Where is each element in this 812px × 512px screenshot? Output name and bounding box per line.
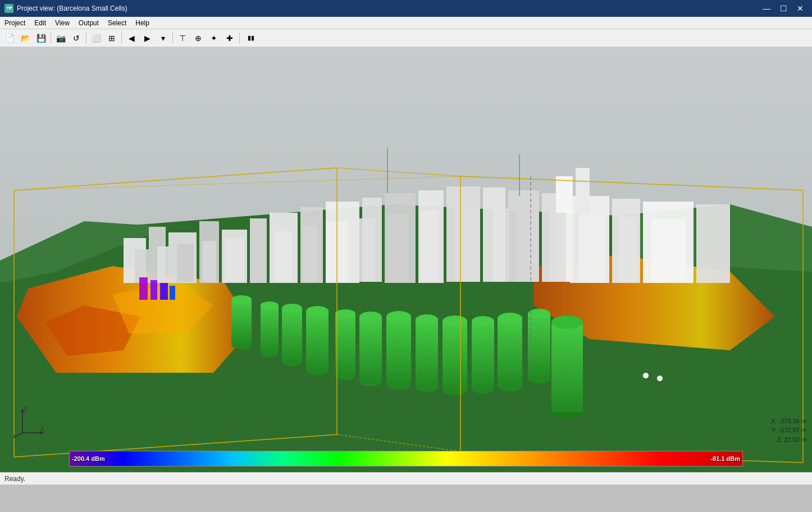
svg-text:Z: Z (24, 406, 27, 413)
svg-rect-34 (225, 238, 244, 282)
svg-point-57 (282, 304, 302, 313)
svg-rect-83 (528, 314, 550, 378)
coord-y: Y: -572.97 m (771, 426, 806, 435)
coord-x: X: -373.36 m (771, 417, 806, 426)
svg-point-78 (472, 316, 494, 326)
svg-rect-36 (275, 231, 292, 282)
svg-point-69 (386, 311, 411, 322)
svg-rect-33 (202, 241, 216, 282)
svg-rect-90 (160, 283, 168, 300)
scene-svg (0, 47, 812, 472)
app-icon: 🗺 (4, 4, 13, 13)
menu-item-help[interactable]: Help (131, 17, 154, 29)
title-bar-left: 🗺 Project view: (Barcelona Small Cells) (4, 4, 127, 13)
svg-rect-41 (421, 210, 439, 282)
svg-rect-56 (282, 308, 302, 362)
save-btn[interactable]: 💾 (34, 31, 48, 45)
svg-rect-65 (359, 317, 382, 381)
svg-point-60 (306, 306, 329, 316)
tool2-btn[interactable]: ✦ (207, 31, 221, 45)
svg-rect-48 (651, 219, 686, 282)
new-btn[interactable]: 📄 (2, 31, 17, 45)
menu-item-view[interactable]: View (51, 17, 74, 29)
svg-rect-80 (498, 318, 522, 386)
title-controls: — ☐ ✕ (759, 3, 808, 14)
svg-rect-89 (150, 280, 157, 300)
nav-right-btn[interactable]: ▶ (140, 31, 154, 45)
svg-rect-71 (416, 319, 438, 387)
svg-point-87 (551, 316, 583, 329)
toolbar-separator (121, 33, 122, 44)
maximize-button[interactable]: ☐ (776, 3, 791, 14)
toolbar-separator (172, 33, 173, 44)
window-title: Project view: (Barcelona Small Cells) (17, 4, 127, 12)
colorbar-max-label: -81.1 dBm (710, 455, 740, 462)
svg-text:X: X (40, 426, 44, 432)
svg-rect-77 (472, 321, 494, 388)
colorbar: -200.4 dBm -81.1 dBm (69, 451, 743, 467)
svg-rect-31 (157, 246, 168, 283)
toolbar-separator (86, 33, 86, 44)
toolbar: 📄📂💾📷↺⬜⊞◀▶▾⊤⊕✦✚▮▮ (0, 29, 812, 47)
svg-point-75 (443, 316, 467, 327)
coord-z: Z: 22.02 m (771, 435, 806, 445)
svg-rect-43 (493, 209, 509, 282)
svg-rect-44 (517, 211, 538, 282)
svg-rect-32 (177, 244, 194, 282)
status-bar: Ready. (0, 472, 812, 484)
svg-rect-86 (551, 322, 583, 412)
svg-rect-46 (578, 214, 605, 282)
viewport[interactable]: Z X Y -200.4 dBm -81.1 dBm X: -373.36 m … (0, 47, 812, 472)
toolbar-separator (51, 33, 51, 44)
select-rect-btn[interactable]: ⬜ (89, 31, 103, 45)
svg-rect-88 (139, 277, 148, 300)
svg-point-94 (643, 373, 649, 378)
antenna-btn[interactable]: ⊤ (175, 31, 190, 45)
dropdown-btn[interactable]: ▾ (156, 31, 170, 45)
title-bar: 🗺 Project view: (Barcelona Small Cells) … (0, 0, 812, 17)
svg-rect-68 (386, 317, 411, 384)
menu-item-edit[interactable]: Edit (30, 17, 51, 29)
minimize-button[interactable]: — (759, 3, 774, 14)
svg-point-54 (261, 301, 279, 309)
screenshot-btn[interactable]: 📷 (53, 31, 68, 45)
tool3-btn[interactable]: ✚ (222, 31, 237, 45)
svg-rect-45 (549, 213, 566, 282)
svg-rect-35 (253, 235, 264, 282)
colorbar-container: -200.4 dBm -81.1 dBm (0, 451, 812, 467)
coordinates-display: X: -373.36 m Y: -572.97 m Z: 22.02 m (771, 417, 806, 445)
menu-item-output[interactable]: Output (74, 17, 103, 29)
svg-point-81 (498, 313, 522, 324)
svg-rect-62 (335, 314, 355, 376)
status-text: Ready. (4, 475, 25, 483)
svg-point-72 (416, 314, 438, 324)
toolbar-separator (239, 33, 240, 44)
svg-rect-59 (306, 311, 329, 370)
tool1-btn[interactable]: ⊕ (191, 31, 206, 45)
svg-rect-37 (303, 226, 317, 282)
svg-rect-91 (170, 286, 175, 300)
grid-btn[interactable]: ⊞ (104, 31, 119, 45)
menu-bar: ProjectEditViewOutputSelectHelp (0, 17, 812, 29)
svg-rect-50 (231, 300, 252, 345)
axis-indicator: Z X Y (11, 405, 45, 438)
nav-left-btn[interactable]: ◀ (124, 31, 139, 45)
svg-rect-27 (696, 204, 730, 283)
open-btn[interactable]: 📂 (18, 31, 33, 45)
svg-text:Y: Y (12, 433, 16, 438)
colorbar-min-label: -200.4 dBm (72, 455, 105, 462)
menu-item-select[interactable]: Select (103, 17, 131, 29)
svg-point-95 (657, 376, 663, 381)
menu-item-project[interactable]: Project (0, 17, 30, 29)
svg-rect-39 (359, 218, 375, 282)
svg-point-66 (359, 312, 382, 322)
rotate-btn[interactable]: ↺ (69, 31, 84, 45)
svg-rect-40 (387, 214, 409, 282)
svg-point-84 (528, 309, 550, 319)
svg-point-63 (335, 309, 355, 318)
svg-rect-47 (618, 217, 637, 282)
wide-tool-btn[interactable]: ▮▮ (242, 31, 260, 45)
svg-rect-53 (261, 305, 279, 353)
close-button[interactable]: ✕ (793, 3, 808, 14)
svg-rect-42 (455, 207, 480, 282)
